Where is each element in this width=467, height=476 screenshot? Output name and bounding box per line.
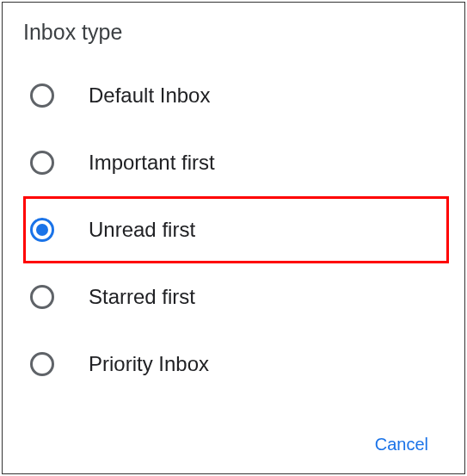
option-unread-first[interactable]: Unread first	[23, 196, 449, 263]
radio-icon	[30, 352, 54, 376]
option-label: Important first	[89, 151, 215, 175]
radio-icon-selected	[30, 218, 54, 242]
radio-icon	[30, 151, 54, 175]
option-label: Default Inbox	[89, 83, 210, 108]
radio-group: Default Inbox Important first Unread fir…	[23, 62, 449, 398]
inbox-type-dialog: Inbox type Default Inbox Important first…	[2, 2, 465, 474]
option-starred-first[interactable]: Starred first	[23, 263, 449, 331]
option-label: Starred first	[89, 285, 195, 309]
option-default-inbox[interactable]: Default Inbox	[23, 62, 449, 129]
dialog-actions: Cancel	[365, 428, 439, 461]
dialog-title: Inbox type	[23, 20, 449, 45]
option-priority-inbox[interactable]: Priority Inbox	[23, 331, 449, 398]
radio-icon	[30, 285, 54, 309]
option-label: Unread first	[89, 218, 195, 242]
option-important-first[interactable]: Important first	[23, 129, 449, 196]
radio-icon	[30, 83, 54, 108]
cancel-button[interactable]: Cancel	[365, 428, 439, 461]
option-label: Priority Inbox	[89, 352, 209, 376]
